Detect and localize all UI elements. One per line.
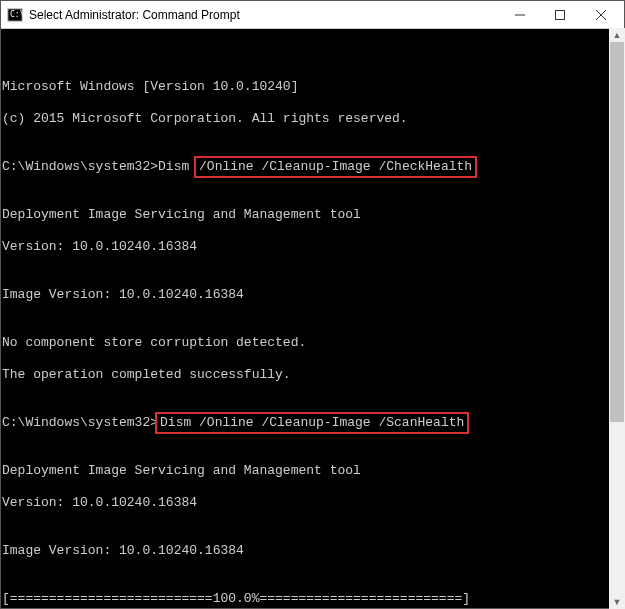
console-line: Deployment Image Servicing and Managemen…: [2, 463, 623, 479]
console-line: Image Version: 10.0.10240.16384: [2, 543, 623, 559]
highlight-checkhealth: /Online /Cleanup-Image /CheckHealth: [194, 156, 477, 178]
console-line: Image Version: 10.0.10240.16384: [2, 287, 623, 303]
console-line: Version: 10.0.10240.16384: [2, 495, 623, 511]
close-button[interactable]: [580, 1, 622, 28]
console-prompt-line: C:\Windows\system32>Dism /Online /Cleanu…: [2, 159, 623, 175]
console-line: Microsoft Windows [Version 10.0.10240]: [2, 79, 623, 95]
console-line: No component store corruption detected.: [2, 335, 623, 351]
titlebar[interactable]: C:\ Select Administrator: Command Prompt: [1, 1, 624, 29]
svg-rect-3: [556, 10, 565, 19]
maximize-button[interactable]: [540, 1, 580, 28]
console-line: (c) 2015 Microsoft Corporation. All righ…: [2, 111, 623, 127]
svg-text:C:\: C:\: [10, 10, 23, 19]
highlight-scanhealth: Dism /Online /Cleanup-Image /ScanHealth: [155, 412, 469, 434]
console-prompt-line: C:\Windows\system32>Dism /Online /Cleanu…: [2, 415, 623, 431]
console-line: The operation completed successfully.: [2, 367, 623, 383]
cmd-icon: C:\: [7, 7, 23, 23]
command-prompt-window: C:\ Select Administrator: Command Prompt…: [0, 0, 625, 609]
vertical-scrollbar[interactable]: ▲ ▼: [609, 28, 625, 609]
minimize-button[interactable]: [500, 1, 540, 28]
console-line: [==========================100.0%=======…: [2, 591, 623, 607]
console-line: Version: 10.0.10240.16384: [2, 239, 623, 255]
scroll-up-arrow[interactable]: ▲: [609, 28, 625, 42]
window-controls: [500, 1, 622, 28]
scroll-down-arrow[interactable]: ▼: [609, 595, 625, 609]
console-line: Deployment Image Servicing and Managemen…: [2, 207, 623, 223]
window-title: Select Administrator: Command Prompt: [29, 8, 500, 22]
scrollbar-thumb[interactable]: [610, 42, 624, 422]
console-area[interactable]: Microsoft Windows [Version 10.0.10240] (…: [1, 29, 624, 608]
